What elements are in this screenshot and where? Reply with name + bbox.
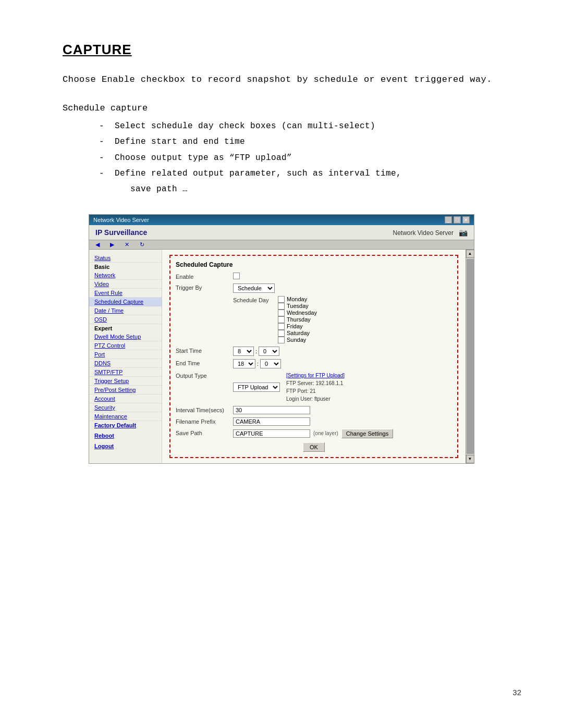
- ui-screenshot: Network Video Server _ □ ✕ IP Surveillan…: [89, 214, 474, 464]
- sidebar-item-reboot[interactable]: Reboot: [89, 431, 162, 440]
- ui-body: Status Basic Network Video Event Rule Sc…: [89, 250, 474, 463]
- page-container: CAPTURE Choose Enable checkbox to record…: [0, 0, 563, 728]
- interval-input[interactable]: [233, 406, 310, 414]
- camera-icon: 📷: [459, 228, 468, 237]
- sidebar-item-trigger-setup[interactable]: Trigger Setup: [89, 377, 162, 386]
- day-saturday: Saturday: [278, 330, 317, 337]
- enable-label: Enable: [176, 273, 233, 280]
- save-path-input[interactable]: [233, 429, 310, 438]
- sidebar-item-status[interactable]: Status: [89, 254, 162, 263]
- sidebar-item-pre-post[interactable]: Pre/Post Setting: [89, 386, 162, 394]
- close-button[interactable]: ✕: [462, 216, 470, 224]
- thursday-checkbox[interactable]: [278, 316, 285, 323]
- nav-stop[interactable]: ✕: [125, 241, 129, 248]
- sidebar-item-port[interactable]: Port: [89, 350, 162, 359]
- section-title: Scheduled Capture: [176, 261, 452, 268]
- filename-row: Filename Prefix: [176, 417, 452, 426]
- end-time-value: 18 : 0: [233, 359, 452, 368]
- sidebar: Status Basic Network Video Event Rule Sc…: [89, 250, 162, 463]
- schedule-day-label: Schedule Day: [233, 296, 275, 303]
- day-wednesday: Wednesday: [278, 310, 317, 316]
- day-thursday: Thursday: [278, 316, 317, 323]
- save-path-row: Save Path (one layer) Change Settings: [176, 429, 452, 438]
- ftp-server: FTP Server: 192.168.1.1: [286, 379, 345, 387]
- ftp-port: FTP Port: 21: [286, 387, 345, 395]
- sidebar-item-date-time[interactable]: Date / Time: [89, 306, 162, 315]
- filename-value: [233, 417, 452, 426]
- sidebar-section-expert: Expert: [89, 324, 162, 332]
- bullet-list: Select schedule day check boxes (can mul…: [63, 118, 500, 198]
- interval-label: Interval Time(secs): [176, 406, 233, 413]
- enable-row: Enable: [176, 273, 452, 280]
- day-tuesday: Tuesday: [278, 303, 317, 310]
- monday-checkbox[interactable]: [278, 296, 285, 303]
- maximize-button[interactable]: □: [454, 216, 461, 224]
- end-min-select[interactable]: 0: [260, 359, 281, 368]
- sidebar-item-scheduled-capture[interactable]: Scheduled Capture: [89, 298, 162, 306]
- sidebar-item-security[interactable]: Security: [89, 403, 162, 412]
- nav-refresh[interactable]: ↻: [140, 241, 144, 248]
- enable-checkbox[interactable]: [233, 273, 240, 279]
- sunday-checkbox[interactable]: [278, 337, 285, 343]
- trigger-by-value: Schedule Schedule Day Monday: [233, 283, 452, 343]
- end-hour-select[interactable]: 18: [233, 359, 255, 368]
- ftp-user: Login User: ftpuser: [286, 395, 345, 403]
- main-content: Scheduled Capture Enable Trigger By: [162, 250, 466, 463]
- filename-input[interactable]: [233, 417, 310, 426]
- start-min-select[interactable]: 0: [259, 347, 279, 356]
- sidebar-item-maintenance[interactable]: Maintenance: [89, 412, 162, 421]
- day-sunday: Sunday: [278, 337, 317, 343]
- sidebar-item-ptz[interactable]: PTZ Control: [89, 341, 162, 350]
- sidebar-item-logout[interactable]: Logout: [89, 442, 162, 450]
- sidebar-item-osd[interactable]: OSD: [89, 315, 162, 324]
- trigger-by-label: Trigger By: [176, 283, 233, 291]
- sidebar-item-dwell-mode[interactable]: Dwell Mode Setup: [89, 332, 162, 341]
- start-hour-select[interactable]: 8: [233, 347, 254, 356]
- sidebar-item-smtp-ftp[interactable]: SMTP/FTP: [89, 368, 162, 377]
- sidebar-item-event-rule[interactable]: Event Rule: [89, 289, 162, 298]
- wednesday-checkbox[interactable]: [278, 310, 285, 316]
- save-path-value: (one layer) Change Settings: [233, 429, 452, 438]
- titlebar: Network Video Server _ □ ✕: [89, 215, 474, 225]
- titlebar-controls: _ □ ✕: [445, 216, 470, 224]
- nav-back[interactable]: ◀: [95, 241, 100, 248]
- bullet-item-3: Choose output type as “FTP upload”: [104, 150, 500, 166]
- nav-forward[interactable]: ▶: [110, 241, 114, 248]
- dashed-border-box: Scheduled Capture Enable Trigger By: [169, 255, 458, 458]
- output-type-select[interactable]: FTP Upload: [233, 382, 280, 392]
- sidebar-item-account[interactable]: Account: [89, 394, 162, 403]
- output-type-row: Output Type FTP Upload [Settings for FTP…: [176, 372, 452, 403]
- friday-checkbox[interactable]: [278, 323, 285, 330]
- scroll-up-arrow[interactable]: ▲: [466, 250, 474, 258]
- enable-value: [233, 273, 452, 280]
- ftp-info: [Settings for FTP Upload] FTP Server: 19…: [286, 372, 345, 403]
- page-title: CAPTURE: [63, 42, 500, 58]
- interval-row: Interval Time(secs): [176, 406, 452, 414]
- sidebar-item-factory-default[interactable]: Factory Default: [89, 421, 162, 429]
- ui-header: IP Surveillance Network Video Server 📷: [89, 225, 474, 240]
- schedule-select[interactable]: Schedule: [233, 283, 275, 293]
- sidebar-section-basic: Basic: [89, 263, 162, 271]
- minimize-button[interactable]: _: [445, 216, 452, 224]
- sidebar-item-video[interactable]: Video: [89, 280, 162, 289]
- sidebar-item-network[interactable]: Network: [89, 271, 162, 280]
- tuesday-checkbox[interactable]: [278, 303, 285, 310]
- save-path-note: (one layer): [313, 430, 338, 436]
- ok-button[interactable]: OK: [303, 442, 325, 452]
- bullet-item-1: Select schedule day check boxes (can mul…: [104, 118, 500, 134]
- change-settings-button[interactable]: Change Settings: [341, 429, 393, 438]
- scrollbar[interactable]: ▲ ▼: [466, 250, 474, 463]
- day-monday: Monday: [278, 296, 317, 303]
- page-number: 32: [512, 688, 521, 697]
- intro-paragraph: Choose Enable checkbox to record snapsho…: [63, 72, 500, 88]
- day-friday: Friday: [278, 323, 317, 330]
- scroll-down-arrow[interactable]: ▼: [466, 455, 474, 463]
- end-time-row: End Time 18 : 0: [176, 359, 452, 368]
- scroll-thumb[interactable]: [467, 259, 474, 454]
- sidebar-item-ddns[interactable]: DDNS: [89, 359, 162, 368]
- output-type-value: FTP Upload [Settings for FTP Upload] FTP…: [233, 372, 452, 403]
- schedule-subtitle: Schedule capture: [63, 103, 500, 113]
- bullet-item-2: Define start and end time: [104, 134, 500, 150]
- nav-bar: ◀ ▶ ✕ ↻: [89, 240, 474, 250]
- saturday-checkbox[interactable]: [278, 330, 285, 337]
